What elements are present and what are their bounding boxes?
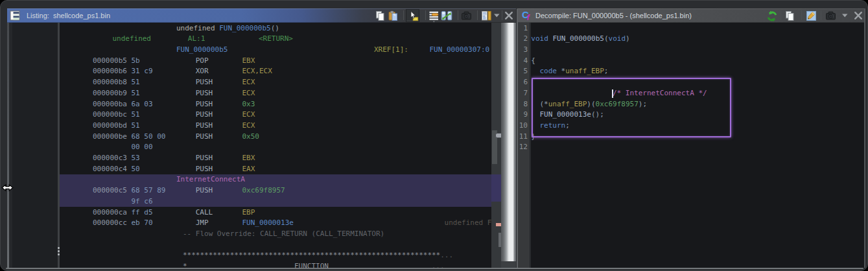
listing-content[interactable]: undefined FUN_000000b5()undefinedAL:1<RE… (60, 23, 491, 268)
token-mn: JMP (196, 218, 209, 227)
token-bytes: 51 (132, 121, 140, 130)
listing-header[interactable]: Listing: shellcode_ps1.bin (7, 8, 516, 23)
listing-row[interactable]: -- Flow Override: CALL_RETURN (CALL_TERM… (60, 229, 491, 240)
listing-row[interactable]: ****************************************… (60, 250, 491, 261)
listing-row[interactable]: 000000b55bPOPEBX (60, 56, 491, 67)
listing-row[interactable]: 000000b631 c9XORECX,ECX (60, 66, 491, 77)
token-addr: 000000bd (93, 121, 127, 130)
listing-row[interactable]: 000000b951PUSHECX (60, 88, 491, 99)
listing-field: ECX (242, 110, 255, 121)
diff-view-icon[interactable] (441, 10, 452, 22)
listing-row[interactable]: 000000b851PUSHECX (60, 77, 491, 88)
token-reg: ECX,ECX (242, 67, 272, 75)
listing-row[interactable]: 9f c6 (60, 196, 491, 207)
listing-row[interactable]: undefinedAL:1<RETURN> (60, 34, 491, 45)
token-addr: 000000ba (93, 100, 127, 108)
token-bytes: 9f c6 (132, 197, 153, 206)
copy-icon[interactable] (375, 10, 386, 22)
token-imm: 0x50 (242, 132, 260, 141)
snapshot-icon[interactable] (825, 10, 837, 22)
toggle-panel-icon[interactable] (481, 10, 493, 22)
decompiler-icon-letter-f: f (527, 13, 530, 22)
listing-field: 0x3 (242, 99, 255, 110)
decompile-line-number: 4 (518, 56, 528, 67)
token-addr: 000000c3 (93, 154, 127, 162)
listing-field: 51 (132, 121, 140, 132)
listing-field: ****************************************… (183, 250, 453, 261)
close-icon[interactable] (504, 10, 515, 22)
token-lbl: InternetConnectA (176, 175, 245, 183)
token-bytes: 68 57 89 (132, 186, 166, 194)
listing-field: 000000ca (93, 207, 127, 218)
decompiler-icon: Cf (522, 9, 532, 21)
copy-icon[interactable] (784, 10, 796, 22)
token-mn: PUSH (196, 89, 213, 97)
listing-field: 5b (132, 56, 140, 67)
decompile-line[interactable]: void FUN_000000b5(void) (531, 34, 865, 45)
listing-field: 000000c3 (93, 153, 127, 164)
listing-row[interactable]: 000000c568 57 89PUSH0xc69f8957 (60, 185, 491, 196)
listing-scrollbar[interactable] (501, 23, 516, 268)
snapshot-icon[interactable] (461, 10, 473, 22)
listing-row[interactable]: 000000c353PUSHEBX (60, 153, 491, 164)
token-bytes: ff d5 (132, 208, 153, 217)
decompile-line[interactable] (531, 45, 865, 56)
decompile-line-number: 1 (518, 23, 528, 34)
listing-scrollbar-thumb[interactable] (501, 23, 516, 261)
listing-field: 68 50 00 (132, 132, 166, 143)
listing-row[interactable]: 000000ba6a 03PUSH0x3 (60, 99, 491, 110)
decompile-line-number: 6 (518, 77, 528, 88)
cursor-marker-icon[interactable] (406, 9, 419, 22)
close-icon[interactable] (853, 10, 865, 22)
token-mn: PUSH (196, 165, 213, 173)
token-reg: ECX (242, 121, 255, 130)
decompile-gutter: 123456789101112 (518, 23, 530, 268)
decompile-line-number: 7 (518, 88, 528, 99)
paste-icon[interactable] (388, 10, 399, 22)
token-kw: void (531, 34, 548, 43)
listing-field: FUNCTION (294, 261, 329, 268)
decompile-line[interactable] (531, 23, 865, 34)
listing-field: PUSH (196, 153, 213, 164)
listing-row[interactable]: 000000bc51PUSHECX (60, 110, 491, 121)
decompile-line[interactable]: code *unaff_EBP; (531, 66, 865, 77)
listing-field: 9f c6 (132, 196, 153, 207)
listing-row[interactable]: *FUNCTION... (60, 261, 491, 268)
token-addr: 000000b9 (93, 89, 127, 97)
listing-field: PUSH (196, 77, 213, 88)
listing-field: 000000ba (93, 99, 127, 110)
listing-row[interactable]: 000000caff d5CALLEBP (60, 207, 491, 218)
listing-field: FUN_000000b5 (176, 45, 228, 56)
listing-marker-margin[interactable] (491, 23, 501, 268)
listing-row[interactable]: 000000cceb 70JMPFUN_0000013eundefined F (60, 218, 491, 229)
listing-row[interactable]: FUN_000000b5XREF[1]:FUN_00000307:0 (60, 45, 491, 56)
listing-field: ECX (242, 121, 255, 132)
listing-row[interactable]: 000000bd51PUSHECX (60, 121, 491, 132)
listing-row[interactable]: undefined FUN_000000b5() (60, 23, 491, 34)
token-reg: ECX (242, 110, 255, 119)
ghidra-window: Listing: shellcode_ps1.bin undefined FUN… (0, 0, 868, 271)
token-mn: CALL (196, 208, 213, 217)
listing-row[interactable]: 000000c450PUSHEAX (60, 164, 491, 175)
token-bytes: 50 (132, 165, 140, 173)
listing-row[interactable]: 000000be68 50 00PUSH0x50 (60, 132, 491, 143)
listing-field: ff d5 (132, 207, 153, 218)
decompile-line[interactable]: { (531, 56, 865, 67)
token-kw: code (540, 67, 557, 75)
listing-field: PUSH (196, 185, 213, 196)
decompile-header[interactable]: Cf Decompile: FUN_000000b5 - (shellcode_… (518, 8, 864, 23)
decompile-content[interactable]: void FUN_000000b5(void){code *unaff_EBP;… (531, 23, 865, 268)
token-addr: 000000b5 (93, 56, 127, 65)
listing-field: JMP (196, 218, 209, 229)
edit-icon[interactable] (806, 10, 817, 22)
listing-row[interactable]: 00 00 (60, 142, 491, 153)
listing-row[interactable]: InternetConnectA (60, 174, 491, 185)
toolbar-separator (425, 10, 426, 20)
token-kw: void (609, 34, 626, 43)
refresh-icon[interactable] (766, 10, 778, 22)
edit-fields-icon[interactable] (428, 10, 440, 22)
listing-title: Listing: shellcode_ps1.bin (27, 8, 110, 23)
decompile-line[interactable] (531, 142, 865, 153)
listing-field: 000000bd (93, 121, 127, 132)
listing-field: ECX (242, 77, 255, 88)
